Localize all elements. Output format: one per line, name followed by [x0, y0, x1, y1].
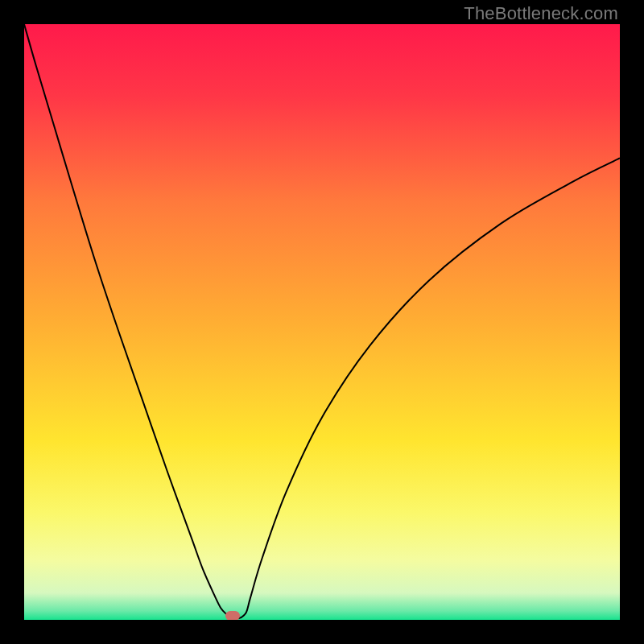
nadir-marker	[225, 611, 240, 620]
bottleneck-curve	[24, 24, 620, 620]
watermark-text: TheBottleneck.com	[464, 3, 618, 24]
chart-frame: TheBottleneck.com	[0, 0, 644, 644]
plot-area	[24, 24, 620, 620]
